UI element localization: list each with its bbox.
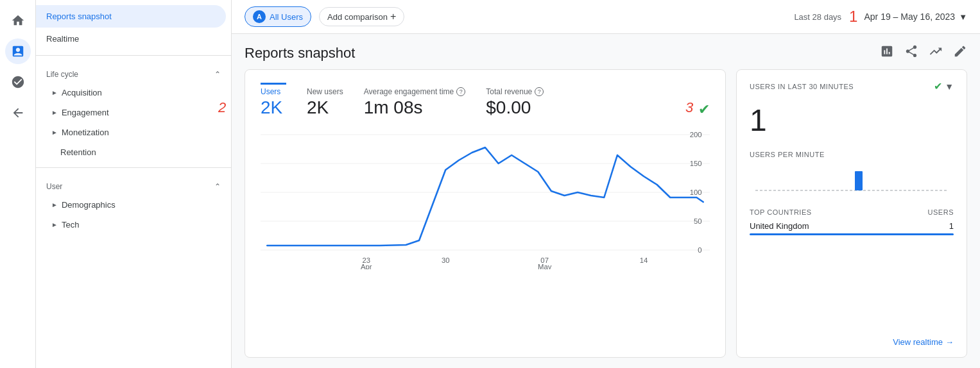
badge-3: 3 [685, 99, 693, 116]
user-chevron-up[interactable]: ⌃ [214, 182, 221, 191]
svg-text:50: 50 [694, 217, 702, 225]
chart-action-icon[interactable] [880, 44, 894, 62]
realtime-card-title: USERS IN LAST 30 MINUTES [750, 83, 854, 90]
svg-text:150: 150 [690, 160, 702, 167]
top-countries-label: TOP COUNTRIES [750, 208, 812, 216]
main-chart: 200 150 100 50 0 23 Apr 30 07 May 14 [245, 128, 725, 357]
trend-action-icon[interactable] [929, 44, 943, 62]
add-comparison-label: Add comparison [327, 12, 388, 22]
page-title: Reports snapshot [245, 45, 355, 62]
acquisition-nav[interactable]: ► Acquisition [36, 83, 231, 103]
realtime-card: USERS IN LAST 30 MINUTES ✔ ▼ 1 USERS PER… [736, 69, 967, 358]
chevron-right-icon: ► [51, 221, 58, 228]
mini-bar-chart [750, 163, 954, 196]
chevron-right-icon: ► [51, 89, 58, 96]
segment-label: All Users [270, 12, 303, 22]
check-icon: ✔ [698, 101, 710, 117]
lifecycle-section: Life cycle ⌃ [36, 61, 231, 83]
chevron-right-icon: ► [51, 109, 58, 116]
view-realtime-link[interactable]: View realtime → [750, 327, 954, 347]
country-users: 1 [949, 221, 954, 231]
users-metric: Users 2K [261, 83, 286, 118]
chevron-right-icon: ► [51, 129, 58, 136]
country-name: United Kingdom [750, 221, 809, 231]
users-underline [261, 83, 286, 85]
analytics-icon[interactable] [5, 69, 31, 95]
lifecycle-label: Life cycle [46, 70, 78, 79]
svg-rect-17 [855, 171, 863, 190]
chevron-down-icon[interactable]: ▼ [959, 12, 967, 22]
country-row: United Kingdom 1 [750, 221, 954, 235]
last-days-label: Last 28 days [794, 12, 841, 22]
svg-text:100: 100 [690, 188, 702, 196]
total-revenue-value: $0.00 [486, 97, 544, 118]
top-countries-header: TOP COUNTRIES USERS [750, 208, 954, 216]
monetization-nav[interactable]: ► Monetization [36, 122, 231, 142]
svg-text:0: 0 [698, 246, 701, 254]
user-section: User ⌃ [36, 173, 231, 195]
page-actions [880, 44, 967, 62]
avg-engagement-metric: Average engagement time ? 1m 08s [364, 87, 466, 118]
total-revenue-info-icon[interactable]: ? [535, 87, 544, 96]
total-revenue-label: Total revenue ? [486, 87, 544, 96]
svg-text:200: 200 [690, 131, 702, 138]
arrow-right-icon: → [945, 337, 954, 347]
realtime-chevron-down-icon[interactable]: ▼ [945, 81, 954, 92]
all-users-button[interactable]: A All Users [245, 6, 311, 27]
svg-text:May: May [538, 263, 552, 269]
check-status: ✔ [698, 101, 710, 118]
new-users-label: New users [307, 87, 343, 96]
tech-nav[interactable]: ► Tech [36, 215, 231, 235]
share-action-icon[interactable] [904, 44, 918, 62]
plus-icon: + [390, 11, 396, 22]
avg-engagement-info-icon[interactable]: ? [456, 87, 465, 96]
engagement-nav[interactable]: ► Engagement [36, 103, 231, 122]
users-column-label: USERS [928, 208, 954, 216]
svg-text:30: 30 [442, 256, 450, 264]
realtime-nav[interactable]: Realtime [36, 28, 231, 50]
country-bar [750, 233, 954, 235]
chevron-right-icon: ► [51, 201, 58, 208]
date-period: Apr 19 – May 16, 2023 [864, 12, 955, 22]
svg-text:14: 14 [640, 256, 648, 264]
view-realtime-label: View realtime [893, 337, 943, 347]
date-range-selector[interactable]: 1 Apr 19 – May 16, 2023 ▼ [849, 8, 967, 26]
users-value: 2K [261, 97, 286, 118]
user-label: User [46, 182, 62, 191]
avatar: A [253, 10, 266, 23]
reports-icon[interactable] [5, 38, 31, 64]
settings-icon[interactable] [5, 100, 31, 126]
avg-engagement-label: Average engagement time ? [364, 87, 466, 96]
total-revenue-metric: Total revenue ? $0.00 [486, 87, 544, 118]
avg-engagement-value: 1m 08s [364, 97, 466, 118]
realtime-value: 1 [750, 103, 954, 138]
users-label: Users [261, 87, 286, 96]
realtime-status: ✔ ▼ [934, 80, 954, 92]
home-icon[interactable] [5, 8, 31, 33]
realtime-check-icon: ✔ [934, 80, 942, 92]
date-range-area: Last 28 days 1 Apr 19 – May 16, 2023 ▼ [794, 8, 967, 26]
edit-action-icon[interactable] [953, 44, 967, 62]
top-bar: A All Users Add comparison + Last 28 day… [232, 0, 980, 34]
main-metrics-card: Users 2K New users 2K Average engagement… [245, 69, 726, 358]
users-per-minute-label: USERS PER MINUTE [750, 151, 954, 158]
page-header: Reports snapshot [232, 34, 980, 69]
date-number: 1 [849, 8, 857, 26]
lifecycle-chevron-up[interactable]: ⌃ [214, 70, 221, 79]
add-comparison-button[interactable]: Add comparison + [319, 7, 404, 26]
new-users-metric: New users 2K [307, 87, 343, 118]
new-users-value: 2K [307, 97, 343, 118]
svg-text:Apr: Apr [361, 263, 372, 269]
retention-nav[interactable]: Retention [36, 142, 231, 162]
demographics-nav[interactable]: ► Demographics [36, 195, 231, 215]
reports-snapshot-nav[interactable]: Reports snapshot [36, 5, 226, 28]
chart-svg: 200 150 100 50 0 23 Apr 30 07 May 14 [261, 128, 710, 269]
